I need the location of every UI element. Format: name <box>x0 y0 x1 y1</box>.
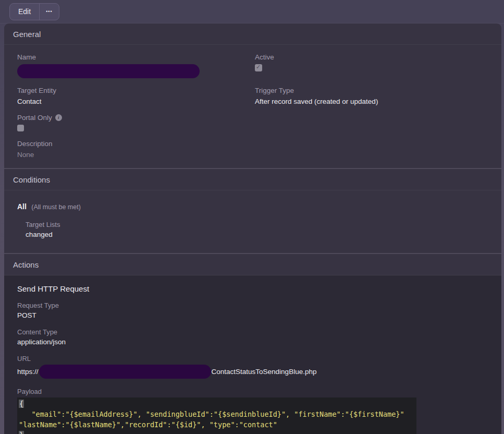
field-content-type: Content Type application/json <box>17 328 488 346</box>
condition-field-label: Target Lists <box>26 221 493 228</box>
more-actions-button[interactable]: ••• <box>39 4 58 20</box>
actions-content: Send HTTP Request Request Type POST Cont… <box>4 275 501 434</box>
active-checkbox[interactable] <box>255 64 262 71</box>
field-portal-only: Portal Only i <box>17 114 255 131</box>
content-type-value: application/json <box>17 338 488 346</box>
code-line: } <box>19 430 416 434</box>
url-value: https:// ContactStatusToSendingBlue.php <box>17 365 488 379</box>
general-fields: Name Active Target Entity Contact Trigge… <box>4 45 501 168</box>
content-type-label: Content Type <box>17 328 488 336</box>
target-entity-value: Contact <box>17 98 255 105</box>
url-suffix: ContactStatusToSendingBlue.php <box>212 368 317 376</box>
conditions-body: All (All must be met) Target Lists chang… <box>4 190 501 253</box>
ellipsis-icon: ••• <box>46 7 52 16</box>
name-value-redacted <box>17 64 200 78</box>
conditions-group-note: (All must be met) <box>31 203 80 211</box>
condition-item: Target Lists changed <box>26 221 493 238</box>
field-name: Name <box>17 53 255 78</box>
field-spacer-1 <box>255 114 493 131</box>
info-icon[interactable]: i <box>55 114 62 121</box>
condition-value: changed <box>26 231 493 238</box>
record-detail-panel: General Name Active Target Entity Contac… <box>4 23 501 434</box>
url-redacted-segment <box>39 365 211 379</box>
field-trigger-type: Trigger Type After record saved (created… <box>255 87 493 105</box>
payload-code-editor: { "email":"{$emailAddress}", "sendingblu… <box>17 397 416 434</box>
field-target-entity: Target Entity Contact <box>17 87 255 105</box>
field-spacer-2 <box>255 140 493 159</box>
url-label: URL <box>17 355 488 363</box>
code-line: "lastName":"{$lastName}","recordId":"{$i… <box>19 419 416 430</box>
payload-code-lines: { "email":"{$emailAddress}", "sendingblu… <box>17 397 416 434</box>
field-url: URL https:// ContactStatusToSendingBlue.… <box>17 355 488 379</box>
url-prefix: https:// <box>17 368 39 376</box>
field-active: Active <box>255 53 493 78</box>
active-label: Active <box>255 53 493 61</box>
portal-only-label-text: Portal Only <box>17 114 52 122</box>
portal-only-checkbox[interactable] <box>17 125 24 131</box>
field-payload: Payload { "email":"{$emailAddress}", "se… <box>17 388 488 434</box>
conditions-section-heading: Conditions <box>4 169 501 190</box>
field-request-type: Request Type POST <box>17 302 488 319</box>
edit-button-group: Edit ••• <box>9 3 59 20</box>
request-type-label: Request Type <box>17 302 488 309</box>
conditions-group: All (All must be met) <box>17 202 493 211</box>
description-value: None <box>17 151 255 159</box>
trigger-type-value: After record saved (created or updated) <box>255 98 493 105</box>
action-title: Send HTTP Request <box>17 284 488 293</box>
close-brace: } <box>19 431 24 434</box>
edit-button[interactable]: Edit <box>10 4 39 20</box>
field-description: Description None <box>17 140 255 159</box>
request-type-value: POST <box>17 311 488 319</box>
description-label: Description <box>17 140 255 148</box>
actions-section-heading: Actions <box>4 254 501 275</box>
payload-label: Payload <box>17 388 488 395</box>
target-entity-label: Target Entity <box>17 87 255 94</box>
top-toolbar: Edit ••• <box>0 0 504 23</box>
name-label: Name <box>17 53 255 61</box>
code-line: { <box>19 399 416 409</box>
portal-only-label: Portal Only i <box>17 114 255 122</box>
open-brace: { <box>19 400 24 408</box>
code-line: "email":"{$emailAddress}", "sendingblueI… <box>19 409 416 419</box>
trigger-type-label: Trigger Type <box>255 87 493 94</box>
conditions-group-label: All <box>17 202 27 211</box>
general-section-heading: General <box>4 23 501 45</box>
